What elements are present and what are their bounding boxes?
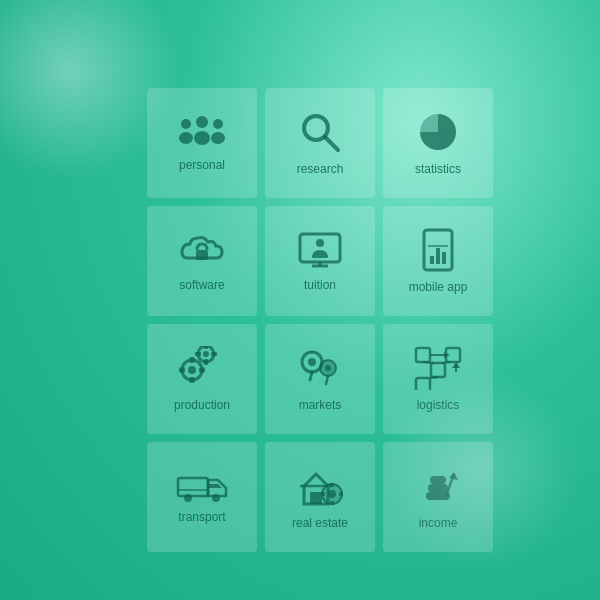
svg-rect-57 xyxy=(330,501,334,505)
svg-rect-38 xyxy=(431,363,445,377)
tile-income[interactable]: income xyxy=(383,442,493,552)
svg-rect-36 xyxy=(416,348,430,362)
svg-line-42 xyxy=(423,362,434,363)
svg-rect-20 xyxy=(204,346,208,349)
svg-point-4 xyxy=(213,119,223,129)
svg-marker-64 xyxy=(449,472,458,480)
svg-rect-47 xyxy=(178,478,208,496)
tile-mobile-app[interactable]: mobile app xyxy=(383,206,493,316)
markets-label: markets xyxy=(299,398,342,412)
tuition-label: tuition xyxy=(304,278,336,292)
statistics-icon xyxy=(416,110,460,154)
tile-research[interactable]: research xyxy=(265,88,375,198)
software-label: software xyxy=(179,278,224,292)
svg-rect-8 xyxy=(196,250,208,260)
svg-rect-39 xyxy=(416,378,430,390)
tile-transport[interactable]: transport xyxy=(147,442,257,552)
tile-markets[interactable]: markets xyxy=(265,324,375,434)
personal-icon xyxy=(178,114,226,150)
mobile-app-icon xyxy=(416,228,460,272)
svg-point-5 xyxy=(211,132,225,144)
software-icon xyxy=(178,230,226,270)
svg-point-19 xyxy=(203,351,209,357)
svg-line-63 xyxy=(446,474,454,496)
tile-logistics[interactable]: logistics xyxy=(383,324,493,434)
svg-point-12 xyxy=(316,239,324,247)
svg-line-44 xyxy=(430,377,438,378)
income-label: income xyxy=(419,516,458,530)
svg-rect-23 xyxy=(195,352,201,356)
tile-statistics[interactable]: statistics xyxy=(383,88,493,198)
svg-point-48 xyxy=(184,494,192,502)
svg-line-35 xyxy=(326,376,328,384)
svg-point-31 xyxy=(308,358,316,366)
svg-rect-21 xyxy=(204,359,208,365)
svg-point-49 xyxy=(212,494,220,502)
tuition-icon xyxy=(296,230,344,270)
svg-rect-22 xyxy=(211,352,217,356)
svg-rect-16 xyxy=(442,252,446,264)
svg-rect-58 xyxy=(321,492,325,496)
tiles-grid: personal research statistics xyxy=(147,88,493,552)
svg-point-55 xyxy=(328,490,336,498)
real-estate-icon xyxy=(296,464,344,508)
svg-point-3 xyxy=(194,131,210,145)
svg-rect-62 xyxy=(430,476,446,484)
svg-rect-29 xyxy=(179,368,185,373)
svg-point-2 xyxy=(196,116,208,128)
svg-rect-60 xyxy=(426,492,450,500)
svg-rect-15 xyxy=(436,248,440,264)
svg-line-43 xyxy=(442,362,450,363)
svg-point-1 xyxy=(179,132,193,144)
research-label: research xyxy=(297,162,344,176)
income-icon xyxy=(416,464,460,508)
svg-rect-61 xyxy=(428,484,448,492)
production-label: production xyxy=(174,398,230,412)
svg-point-25 xyxy=(188,366,196,374)
svg-point-34 xyxy=(325,365,331,371)
logistics-label: logistics xyxy=(417,398,460,412)
svg-line-7 xyxy=(325,137,338,150)
svg-rect-14 xyxy=(430,256,434,264)
tile-tuition[interactable]: tuition xyxy=(265,206,375,316)
real-estate-label: real estate xyxy=(292,516,348,530)
statistics-label: statistics xyxy=(415,162,461,176)
tile-real-estate[interactable]: real estate xyxy=(265,442,375,552)
svg-line-32 xyxy=(310,372,312,380)
svg-rect-26 xyxy=(190,357,195,363)
svg-rect-56 xyxy=(330,483,334,487)
logistics-icon xyxy=(414,346,462,390)
personal-label: personal xyxy=(179,158,225,172)
production-icon xyxy=(178,346,226,390)
mobile-app-label: mobile app xyxy=(409,280,468,294)
research-icon xyxy=(298,110,342,154)
transport-label: transport xyxy=(178,510,225,524)
svg-rect-28 xyxy=(199,368,205,373)
tile-production[interactable]: production xyxy=(147,324,257,434)
svg-rect-52 xyxy=(310,492,322,504)
svg-rect-27 xyxy=(190,377,195,383)
tile-software[interactable]: software xyxy=(147,206,257,316)
svg-point-0 xyxy=(181,119,191,129)
tile-personal[interactable]: personal xyxy=(147,88,257,198)
markets-icon xyxy=(296,346,344,390)
svg-rect-59 xyxy=(339,492,343,496)
transport-icon xyxy=(176,470,228,502)
